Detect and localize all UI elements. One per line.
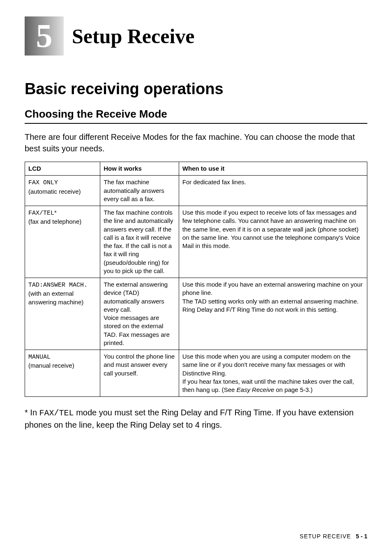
subsection-heading: Choosing the Receive Mode [25, 108, 367, 120]
table-header-row: LCD How it works When to use it [25, 162, 367, 176]
th-when: When to use it [179, 162, 367, 176]
page-footer: SETUP RECEIVE 5 - 1 [300, 533, 367, 540]
footer-label: SETUP RECEIVE [300, 533, 351, 540]
table-row: TAD:ANSWER MACH. (with an external answe… [25, 278, 367, 350]
lcd-code: TAD:ANSWER MACH. [28, 282, 88, 289]
lcd-sub: (automatic receive) [28, 188, 81, 195]
chapter-number: 5 [36, 17, 53, 55]
lcd-cell: MANUAL (manual receive) [25, 350, 100, 397]
how-cell: The external answering device (TAD) auto… [100, 278, 179, 350]
footnote-post: mode you must set the Ring Delay and F/T… [25, 408, 354, 429]
chapter-number-badge: 5 [25, 16, 64, 56]
lcd-sub: (with an external answering machine) [28, 290, 83, 305]
th-how: How it works [100, 162, 179, 176]
how-cell: You control the phone line and must answ… [100, 350, 179, 397]
how-cell: The fax machine controls the line and au… [100, 206, 179, 278]
heading-rule [25, 123, 367, 124]
when-italic: Easy Receive [237, 386, 274, 393]
lcd-cell: FAX/TEL* (fax and telephone) [25, 206, 100, 278]
when-post: on page 5-3.) [274, 386, 312, 393]
lcd-sub: (fax and telephone) [28, 218, 81, 225]
chapter-header: 5 Setup Receive [25, 16, 367, 56]
lcd-star: * [54, 209, 57, 216]
lcd-code: FAX ONLY [28, 179, 58, 186]
section-heading: Basic receiving operations [25, 80, 367, 98]
chapter-title: Setup Receive [72, 24, 195, 48]
lcd-sub: (manual receive) [28, 362, 74, 369]
lcd-cell: FAX ONLY (automatic receive) [25, 176, 100, 206]
table-row: MANUAL (manual receive) You control the … [25, 350, 367, 397]
how-cell: The fax machine automatically answers ev… [100, 176, 179, 206]
table-row: FAX ONLY (automatic receive) The fax mac… [25, 176, 367, 206]
lcd-cell: TAD:ANSWER MACH. (with an external answe… [25, 278, 100, 350]
when-cell: Use this mode if you have an external an… [179, 278, 367, 350]
table-row: FAX/TEL* (fax and telephone) The fax mac… [25, 206, 367, 278]
intro-paragraph: There are four different Receive Modes f… [25, 131, 367, 154]
receive-mode-table: LCD How it works When to use it FAX ONLY… [25, 162, 367, 397]
footnote-pre: * In [25, 408, 39, 417]
when-cell: Use this mode if you expect to receive l… [179, 206, 367, 278]
th-lcd: LCD [25, 162, 100, 176]
footer-page-number: 5 - 1 [356, 533, 367, 540]
when-cell: For dedicated fax lines. [179, 176, 367, 206]
lcd-code: FAX/TEL [28, 210, 54, 217]
footnote: * In FAX/TEL mode you must set the Ring … [25, 407, 367, 431]
lcd-code: MANUAL [28, 354, 51, 361]
footnote-code: FAX/TEL [39, 408, 74, 418]
when-cell: Use this mode when you are using a compu… [179, 350, 367, 397]
